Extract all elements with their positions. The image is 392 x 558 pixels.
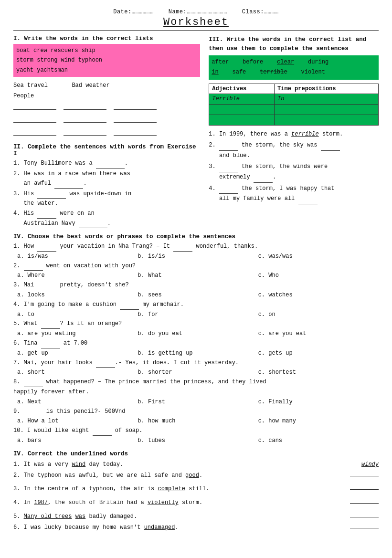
iv-b2[interactable] [24,264,43,271]
iv-q4-a: a. to [17,310,138,320]
section-i-words: boat crew rescuers ship storm strong win… [13,44,200,77]
blank-7[interactable] [13,129,56,136]
underlined-word-2: good [185,472,199,479]
iv-b8[interactable] [24,381,43,387]
underlined-word-5b: was [75,513,86,520]
iv-q2-opts: a. Where b. What c. Who [17,271,379,281]
blank-3[interactable] [114,103,157,110]
section-iv: IV. Choose the best words or phrases to … [13,233,379,446]
iii-blank-3a[interactable] [219,166,238,172]
iv-b7[interactable] [96,361,115,368]
iv-q4-b: b. for [138,310,258,320]
sea-travel-label: Sea travel Bad weather [13,81,200,91]
iii-words-row1: after before clear during [212,57,376,68]
name-label: Name:…………………………… [169,9,227,15]
iv-q4-opts: a. to b. for c. on [17,310,379,320]
iv-q7-a: a. short [17,368,138,378]
iii-blank-2a[interactable] [219,145,238,151]
table-row-3 [209,115,379,125]
correct-item-6: 6. I was lucky because my home wasn't un… [13,522,379,533]
iv-b1b[interactable] [173,245,192,252]
iv-q10-opts: a. bars b. tubes c. cans [17,436,379,446]
iv-q3-b: b. sees [138,291,258,300]
date-label: Date:……………… [113,9,154,15]
section-i: I. Write the words in the correct lists … [13,35,200,140]
iv-b4[interactable] [120,304,139,310]
iv-q6: 6. Tina at 7.00 [13,339,379,348]
iv-q2-c: c. Who [258,271,379,281]
words-row3: yacht yachtsman [16,65,197,75]
correct-item-2: 2. The typhoon was awful, but we are all… [13,470,379,481]
underlined-word-4a: 1987 [34,499,48,506]
answer-blank-2[interactable] [350,470,379,476]
iii-blank-3b[interactable] [254,177,273,183]
blank-s2-5[interactable] [79,222,107,228]
iv-q6-c: c. gets up [258,349,379,358]
iv-b1[interactable] [37,245,56,252]
iv-q9-opts: a. How a lot b. how much c. how many [17,417,379,426]
iv-q1-opts: a. is/was b. is/is c. was/was [17,252,379,262]
people-label: People [13,91,200,102]
timeprep-cell-1: In [275,94,379,104]
section-iii-title: III. Write the words in the correct list… [209,35,379,53]
right-column: III. Write the words in the correct list… [209,35,379,229]
iv-q8-c: c. Finally [258,398,379,407]
iv-b6[interactable] [41,342,60,348]
iii-blank-2b[interactable] [321,145,340,151]
iii-blank-4b[interactable] [298,198,318,204]
answer-blank-3[interactable] [350,484,379,490]
adjective-cell-3 [209,115,275,125]
iv-q5-a: a. are you eating [17,329,138,339]
worksheet-title: Worksheet [13,16,379,28]
terrible-word: terrible [260,69,287,75]
blank-s2-3[interactable] [37,192,66,199]
iii-s1: 1. In 1999, there was a terrible storm. [209,129,379,140]
answer-blank-6[interactable] [350,522,379,528]
blank-2[interactable] [64,103,106,110]
iii-s2: 2. the storm, the sky was and blue. [209,140,379,161]
underlined-word-3: complete [158,485,185,492]
blank-1[interactable] [13,103,56,110]
iv-q8-b: b. First [138,398,258,407]
iv-b10[interactable] [93,430,112,436]
underlined-word-4b: violently [148,499,179,506]
iv-q9-a: a. How a lot [17,417,138,426]
words-row2: storm strong wind typhoon [16,55,197,65]
blank-9[interactable] [114,129,157,136]
iv-q3-c: c. watches [258,291,379,300]
iv-q8: 8. what happened? – The prince married t… [13,378,379,387]
iv-q7: 7. Mai, your hair looks .- Yes, it does.… [13,358,379,368]
adjective-cell-2 [209,104,275,115]
header-meta: Date:……………… Name:…………………………… Class:………… [13,9,379,15]
timeprep-cell-3 [275,115,379,125]
blank-6[interactable] [114,116,157,123]
correct-item-3: 3. In the centre of a typhoon, the air i… [13,484,379,495]
iv-b5[interactable] [41,323,60,329]
blank-s2-4[interactable] [37,212,56,219]
blank-row-3 [13,129,200,140]
blank-s2-1[interactable] [96,162,125,168]
answer-blank-5[interactable] [350,511,379,517]
col-time-prep: Time prepositions [275,84,379,94]
blank-s2-2[interactable] [54,182,83,189]
iii-words-row2: in safe terrible violent [212,67,376,78]
table-row-1: Terrible In [209,94,379,104]
timeprep-cell-2 [275,104,379,115]
left-column: I. Write the words in the correct lists … [13,35,200,229]
iv-q5-opts: a. are you eating b. do you eat c. are y… [17,329,379,339]
iv-q10: 10. I would like eight of soap. [13,426,379,436]
iv-b9[interactable] [24,410,43,416]
blank-row-1 [13,103,200,114]
iv-q10-c: c. cans [258,436,379,446]
answer-blank-4[interactable] [350,497,379,504]
blank-4[interactable] [13,116,56,123]
iv-q2-a: a. Where [17,271,138,281]
blank-5[interactable] [64,116,106,123]
iv-q10-a: a. bars [17,436,138,446]
iii-blank-4a[interactable] [219,188,238,194]
iv-b3[interactable] [37,284,56,290]
iv-q2: 2. went on vacation with you? [13,262,379,271]
iv-q9-b: b. how much [138,417,258,426]
adjectives-table: Adjectives Time prepositions Terrible In [209,84,379,126]
blank-8[interactable] [64,129,106,136]
